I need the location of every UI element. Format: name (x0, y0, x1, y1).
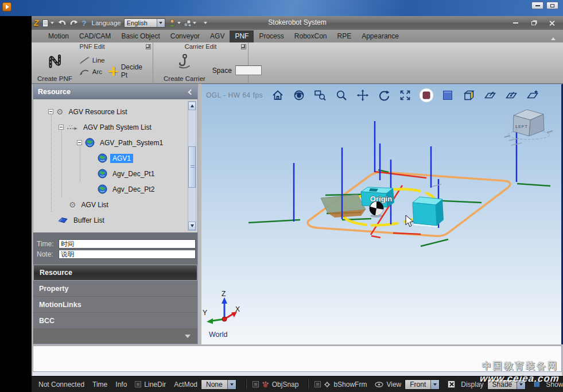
bshowfrm-checkbox[interactable] (314, 381, 321, 387)
viewcube-face-label: LEFT (515, 124, 528, 129)
tab-process[interactable]: Process (254, 30, 289, 42)
dropdown-arrow-icon[interactable] (430, 380, 439, 389)
tab-motion[interactable]: Motion (43, 30, 74, 42)
dropdown-arrow-icon[interactable] (227, 380, 236, 389)
media-player-icon[interactable] (2, 2, 11, 11)
arc-button[interactable]: Arc (79, 68, 105, 76)
status-info-label[interactable]: Info (115, 381, 127, 389)
window-title: Stokerobot System (32, 18, 563, 26)
tab-rpe[interactable]: RPE (332, 30, 357, 42)
workplane-2-button[interactable] (504, 88, 519, 103)
tree-item-agv1[interactable]: AGV1 (33, 150, 197, 166)
viewcube-toggle-button[interactable] (461, 88, 476, 103)
ribbon-collapse-chevron[interactable] (549, 36, 557, 40)
shade-mode-button[interactable] (419, 88, 434, 103)
bshowfrm-label[interactable]: bShowFrm (333, 381, 367, 389)
section-property[interactable]: Property (33, 281, 197, 297)
create-pnf-button[interactable]: Create PNF (35, 53, 75, 83)
tree-item-agv-path-system-list[interactable]: AGV Path System List (33, 119, 197, 135)
path-system-icon (67, 124, 78, 131)
scroll-up-button[interactable] (188, 102, 196, 110)
tree-scrollbar[interactable] (188, 101, 196, 231)
scene-container[interactable]: Origin LEFT (201, 106, 561, 345)
workplane-3-button[interactable] (525, 88, 540, 103)
collapse-panel-icon[interactable] (188, 89, 194, 95)
objsnap-label[interactable]: ObjSnap (272, 381, 299, 389)
tree-item-agv-dec-pt1[interactable]: Agv_Dec_Pt1 (33, 166, 197, 181)
tree-item-agv-resource-list[interactable]: ⚙ AGV Resource List (33, 104, 197, 119)
section-resource[interactable]: Resource (33, 265, 197, 281)
section-overflow-button[interactable] (33, 329, 197, 344)
section-motionlinks[interactable]: MotionLinks (33, 297, 197, 313)
tab-conveyor[interactable]: Conveyor (165, 30, 205, 42)
note-input[interactable] (59, 250, 196, 259)
objsnap-checkbox[interactable] (253, 381, 259, 387)
restore-icon (531, 21, 536, 25)
tree-item-buffer-list[interactable]: Buffer List (33, 212, 197, 228)
zoom-button[interactable] (334, 88, 349, 103)
dialog-launcher-icon[interactable] (241, 44, 246, 49)
agv2-object[interactable] (413, 197, 444, 227)
tree-item-agv-path-system1[interactable]: AGV_Path_System1 (33, 135, 197, 150)
fit-view-button[interactable] (398, 88, 413, 103)
tab-agv[interactable]: AGV (205, 30, 230, 42)
view-cube[interactable]: LEFT (504, 110, 553, 139)
tab-pnf[interactable]: PNF (230, 30, 254, 42)
create-carrier-button[interactable]: Create Carrier (161, 53, 208, 83)
space-label: Space (212, 67, 232, 75)
space-input[interactable] (235, 65, 262, 75)
objsnap-icon (262, 381, 269, 388)
tree-item-agv-list[interactable]: ⚙ AGV List (33, 197, 197, 212)
gear-icon: ⚙ (69, 201, 76, 209)
expander-minus-icon[interactable] (59, 125, 64, 130)
tab-roboxcon[interactable]: RoboxCon (289, 30, 332, 42)
selected-tree-item[interactable]: AGV1 (110, 154, 133, 163)
linedir-checkbox[interactable] (135, 381, 141, 387)
scrollbar-thumb[interactable] (188, 146, 196, 188)
tab-basic-object[interactable]: Basic Object (116, 30, 165, 42)
resource-panel-header: Resource (33, 84, 197, 99)
home-view-button[interactable] (270, 88, 285, 103)
axis-z-label: Z (222, 290, 226, 298)
scroll-down-button[interactable] (188, 222, 196, 230)
tree-connector (61, 125, 62, 197)
workplane-flip-icon (483, 88, 497, 102)
workplane-1-button[interactable] (483, 88, 498, 103)
group-carrier-edit: Carrier Edit Create Carrier Space (153, 42, 249, 84)
view-select[interactable]: Front (405, 379, 440, 390)
solid-view-button[interactable] (440, 88, 455, 103)
outer-minimize-button[interactable] (531, 2, 543, 9)
note-label: Note: (37, 250, 59, 258)
pan-button[interactable] (355, 88, 370, 103)
origin-marker[interactable] (370, 201, 383, 218)
section-bcc[interactable]: BCC (33, 313, 197, 329)
tab-appearance[interactable]: Appearance (356, 30, 404, 42)
status-time-label[interactable]: Time (92, 381, 107, 389)
app-close-button[interactable] (547, 19, 557, 27)
viewport-3d-scene[interactable]: Origin LEFT (201, 106, 561, 345)
line-button[interactable]: Line (79, 56, 105, 64)
viewport-3d[interactable]: OGL - HW 64 fps (201, 84, 563, 344)
actmod-select[interactable]: None (201, 379, 236, 390)
magnifier-icon (335, 88, 348, 102)
home-icon (271, 88, 285, 102)
globe-icon (98, 184, 107, 194)
zoom-window-button[interactable] (313, 88, 328, 103)
ribbon-tab-bar: Motion CAD/CAM Basic Object Conveyor AGV… (32, 30, 563, 42)
tab-cadcam[interactable]: CAD/CAM (74, 30, 116, 42)
shade-mode-icon (419, 88, 434, 103)
app-restore-button[interactable] (529, 19, 539, 27)
time-input[interactable] (59, 239, 196, 249)
orbit-view-button[interactable] (292, 88, 306, 103)
minimize-icon (513, 22, 518, 24)
decide-pt-button[interactable]: Decide Pt (109, 63, 149, 79)
outer-maximize-button[interactable] (546, 2, 558, 9)
dialog-launcher-icon[interactable] (146, 44, 151, 49)
globe-icon (98, 169, 107, 178)
tree-item-agv-dec-pt2[interactable]: Agv_Dec_Pt2 (33, 181, 197, 197)
rotate-view-button[interactable] (376, 88, 391, 103)
expander-minus-icon[interactable] (77, 140, 82, 145)
expander-minus-icon[interactable] (48, 109, 53, 114)
app-minimize-button[interactable] (510, 19, 521, 27)
linedir-label[interactable]: LineDir (144, 381, 166, 389)
